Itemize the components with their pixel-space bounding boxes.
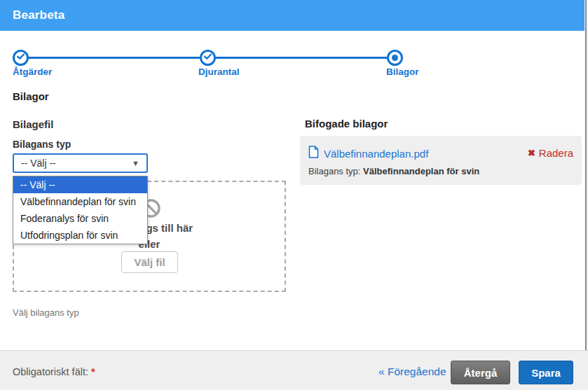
edit-dialog: Bearbeta Åtgärder Djurantal Bilagor Bila…: [0, 0, 588, 390]
attachment-type-label: Bilagans typ: [13, 139, 71, 150]
step-atgarder-completed[interactable]: [13, 50, 29, 66]
choose-file-button[interactable]: Välj fil: [121, 251, 178, 273]
attachment-type-options-list: -- Välj -- Välbefinnandeplan för svin Fo…: [13, 176, 148, 244]
option-foderanalys[interactable]: Foderanalys för svin: [13, 210, 147, 227]
save-button[interactable]: Spara: [519, 361, 573, 384]
attached-files-title: Bifogade bilagor: [305, 118, 388, 130]
option-valj[interactable]: -- Välj --: [13, 176, 147, 193]
step-label-djurantal[interactable]: Djurantal: [198, 67, 240, 77]
step-bilagor-active[interactable]: [387, 50, 403, 66]
return-button[interactable]: Återgå: [451, 361, 510, 384]
delete-attachment-button[interactable]: ✖ Radera: [528, 147, 573, 159]
active-step-dot-icon: [392, 55, 398, 61]
attachment-type-select[interactable]: -- Välj -- ▼: [13, 153, 148, 173]
attachment-card: Välbefinnandeplan.pdf ✖ Radera Bilagans …: [300, 136, 582, 185]
previous-step-link[interactable]: « Föregående: [378, 365, 446, 378]
attachment-file-row: Välbefinnandeplan.pdf: [308, 146, 428, 161]
attachment-type-caption: Bilagans typ:: [308, 166, 360, 176]
delete-label: Radera: [539, 147, 573, 159]
check-icon: [15, 51, 26, 64]
dialog-header: Bearbeta: [0, 0, 586, 31]
required-asterisk: *: [91, 366, 95, 377]
step-djurantal-completed[interactable]: [200, 50, 216, 66]
stepper-connector: [28, 57, 200, 59]
file-icon: [308, 146, 319, 161]
step-label-atgarder[interactable]: Åtgärder: [13, 67, 52, 77]
option-valbefinnandeplan[interactable]: Välbefinnandeplan för svin: [13, 193, 147, 210]
chevron-down-icon: ▼: [132, 159, 139, 167]
select-type-hint: Välj bilagans typ: [13, 307, 79, 318]
stepper-connector: [215, 57, 387, 59]
vertical-scrollbar[interactable]: [584, 0, 588, 390]
select-selected-value: -- Välj --: [21, 158, 132, 169]
page-title: Bilagor: [13, 90, 49, 102]
delete-x-icon: ✖: [528, 148, 535, 158]
dialog-title: Bearbeta: [13, 8, 64, 22]
option-utfodringsplan[interactable]: Utfodringsplan för svin: [13, 227, 147, 244]
attachment-file-link[interactable]: Välbefinnandeplan.pdf: [324, 148, 428, 160]
dialog-footer: Obligatoriskt fält: * « Föregående Återg…: [0, 350, 588, 390]
required-note-text: Obligatoriskt fält:: [13, 366, 88, 377]
required-field-note: Obligatoriskt fält: *: [13, 366, 95, 377]
attachment-type-row: Bilagans typ: Välbefinnandeplan för svin: [308, 166, 479, 176]
scrollbar-thumb[interactable]: [585, 0, 587, 390]
attachment-type-value: Välbefinnandeplan för svin: [363, 166, 479, 176]
step-label-bilagor[interactable]: Bilagor: [386, 67, 419, 77]
check-icon: [203, 51, 213, 64]
attachment-file-label: Bilagefil: [13, 118, 53, 130]
